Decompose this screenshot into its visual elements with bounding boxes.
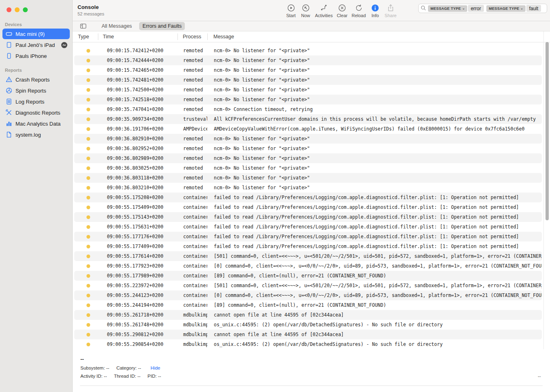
sidebar-item-label: Mac mini (9) — [16, 31, 45, 37]
log-row[interactable]: 09:00:55.175631+0200 container failed to… — [74, 222, 542, 232]
log-row[interactable]: 09:00:55.177409+0200 container failed to… — [74, 241, 542, 251]
log-row[interactable]: 09:00:36.803025+0200 remoted ncm-0> No l… — [74, 163, 542, 173]
log-row[interactable]: 09:00:36.803210+0200 remoted ncm-0> No l… — [74, 183, 542, 193]
log-row[interactable]: 09:00:55.261718+0200 mdbulkimp cannot op… — [74, 310, 542, 320]
log-time-cell: 09:00:55.244194+0200 — [98, 300, 177, 310]
log-row[interactable]: 09:00:55.177614+0200 container [501] com… — [74, 251, 542, 261]
log-process-cell: container — [177, 271, 207, 281]
log-row[interactable]: 09:00:15.742518+0200 remoted ncm-0> No l… — [74, 95, 542, 104]
column-header-time[interactable]: Time — [103, 34, 114, 40]
column-header-process[interactable]: Process — [183, 34, 201, 40]
chevron-down-icon: ⌄ — [521, 7, 523, 10]
zoom-window-button[interactable] — [23, 7, 28, 12]
log-level-dot — [86, 196, 90, 199]
log-type-cell — [74, 104, 98, 114]
sidebar-item-diagnostic-reports[interactable]: Diagnostic Reports — [2, 107, 70, 118]
sidebar-item-ipad[interactable]: Paul Jenö's iPad — [2, 40, 70, 50]
log-process-cell: container — [177, 261, 207, 271]
sidebar-item-log-reports[interactable]: Log Reports — [2, 96, 70, 107]
log-process-cell: remoted — [177, 163, 207, 173]
log-process-cell: container — [177, 232, 207, 241]
token-field-dropdown[interactable]: MESSAGE TYPE⌄ — [428, 5, 467, 12]
log-time-cell: 09:00:36.803118+0200 — [98, 173, 177, 183]
log-row[interactable]: 09:00:36.802952+0200 remoted ncm-0> No l… — [74, 144, 542, 153]
activity-id-label: Activity ID: — [80, 374, 102, 379]
log-row[interactable]: 09:00:55.290854+0200 mdbulkimp os_unix.c… — [74, 339, 542, 349]
log-row[interactable]: 09:00:15.742481+0200 remoted ncm-0> No l… — [74, 75, 542, 85]
log-row[interactable]: 09:00:55.177176+0200 container failed to… — [74, 232, 542, 241]
log-row[interactable]: 09:00:36.191706+0200 AMPDevice AMDeviceC… — [74, 124, 542, 134]
tab-all-messages[interactable]: All Messages — [98, 22, 135, 30]
log-process-cell: mdbulkimp — [177, 330, 207, 339]
log-time-cell: 09:00:55.177989+0200 — [98, 271, 177, 281]
sidebar-item-mac-analytics-data[interactable]: Mac Analytics Data — [2, 118, 70, 129]
log-row[interactable]: 09:00:55.177989+0200 container [89] comm… — [74, 271, 542, 281]
log-row[interactable]: 09:00:36.802910+0200 remoted ncm-0> No l… — [74, 134, 542, 144]
column-divider[interactable] — [177, 33, 178, 40]
log-process-cell: remoted — [177, 134, 207, 144]
sidebar-item-mac-mini[interactable]: Mac mini (9) — [2, 29, 70, 39]
log-row[interactable]: 09:00:36.802989+0200 remoted ncm-0> No l… — [74, 153, 542, 163]
log-time-cell: 09:00:55.177176+0200 — [98, 232, 177, 241]
search-field[interactable]: MESSAGE TYPE⌄ error MESSAGE TYPE⌄ fault — [418, 4, 547, 13]
log-process-cell: remoted — [177, 104, 207, 114]
log-row[interactable]: 09:00:36.803118+0200 remoted ncm-0> No l… — [74, 173, 542, 183]
token-field-dropdown[interactable]: MESSAGE TYPE⌄ — [486, 5, 526, 12]
log-row[interactable]: 09:00:55.175409+0200 container failed to… — [74, 202, 542, 212]
close-window-button[interactable] — [7, 7, 11, 12]
log-row[interactable]: 09:00:35.909734+0200 trusteval All kCFPr… — [74, 114, 542, 124]
sidebar-toggle-icon[interactable] — [80, 23, 86, 29]
pid-value: -- — [158, 374, 161, 379]
sidebar-item-crash-reports[interactable]: Crash Reports — [2, 74, 70, 85]
column-divider[interactable] — [207, 33, 208, 40]
log-type-cell — [74, 95, 98, 104]
log-message-cell: [501] command=0, client=<<~~~>, u=<501/2… — [207, 251, 542, 261]
column-header-type[interactable]: Type — [78, 34, 89, 40]
sidebar-item-spin-reports[interactable]: Spin Reports — [2, 85, 70, 96]
log-row[interactable]: 09:00:55.244123+0200 container [0] comma… — [74, 290, 542, 300]
log-message-cell: failed to read /Library/Preferences/Logg… — [207, 222, 542, 232]
column-divider[interactable] — [98, 33, 98, 40]
vertical-scrollbar[interactable] — [546, 42, 549, 220]
log-time-cell: 09:00:55.177409+0200 — [98, 241, 177, 251]
info-button[interactable]: Info — [370, 3, 381, 18]
log-table-body: 09:00:15.742412+0200 remoted ncm-0> No l… — [73, 42, 543, 349]
file-icon — [5, 131, 13, 139]
log-row[interactable]: 09:00:55.175208+0200 container failed to… — [74, 193, 542, 202]
tab-errors-and-faults[interactable]: Errors and Faults — [139, 22, 185, 30]
log-row[interactable]: 09:00:15.742500+0200 remoted ncm-0> No l… — [74, 85, 542, 95]
log-row[interactable]: 09:00:55.261748+0200 mdbulkimp os_unix.c… — [74, 320, 542, 330]
sidebar-item-iphone[interactable]: Pauls iPhone — [2, 51, 70, 61]
reload-button[interactable]: Reload — [352, 3, 366, 18]
minimize-window-button[interactable] — [15, 7, 20, 12]
sidebar-section-reports: Reports — [5, 68, 72, 73]
activities-button[interactable]: Activities — [315, 3, 333, 18]
log-type-cell — [74, 153, 98, 163]
log-row[interactable]: 09:00:55.175143+0200 container failed to… — [74, 212, 542, 222]
log-time-cell: 09:00:55.175409+0200 — [98, 202, 177, 212]
log-row[interactable]: 09:00:15.742444+0200 remoted ncm-0> No l… — [74, 55, 542, 65]
log-type-cell — [74, 330, 98, 339]
detail-ids-line: Activity ID: -- Thread ID: -- PID: -- — [80, 374, 167, 379]
log-row[interactable]: 09:00:15.742465+0200 remoted ncm-0> No l… — [74, 65, 542, 75]
log-process-cell: remoted — [177, 75, 207, 85]
hide-link[interactable]: Hide — [151, 365, 160, 370]
column-header-message[interactable]: Message — [213, 34, 234, 40]
log-row[interactable]: 09:00:55.177923+0200 container [0] comma… — [74, 261, 542, 271]
iphone-icon — [5, 52, 13, 60]
log-row[interactable]: 09:00:35.747041+0200 remoted ncm-0> Conn… — [74, 104, 542, 114]
log-row[interactable]: 09:00:15.742412+0200 remoted ncm-0> No l… — [74, 46, 542, 55]
log-level-dot — [86, 127, 90, 131]
log-row[interactable]: 09:00:55.290812+0200 mdbulkimp cannot op… — [74, 330, 542, 339]
log-process-cell: remoted — [177, 144, 207, 153]
log-time-cell: 09:00:36.802989+0200 — [98, 153, 177, 163]
log-row[interactable]: 09:00:55.223972+0200 container [501] com… — [74, 281, 542, 290]
start-button[interactable]: Start — [286, 3, 296, 18]
search-token-error[interactable]: MESSAGE TYPE⌄ error — [428, 5, 484, 12]
share-icon — [386, 3, 395, 13]
sidebar-item-system-log[interactable]: system.log — [2, 129, 70, 140]
log-row[interactable]: 09:00:55.244194+0200 container [89] comm… — [74, 300, 542, 310]
clear-button[interactable]: Clear — [337, 3, 347, 18]
now-button[interactable]: Now — [300, 3, 311, 18]
search-token-fault[interactable]: MESSAGE TYPE⌄ fault — [486, 5, 541, 12]
